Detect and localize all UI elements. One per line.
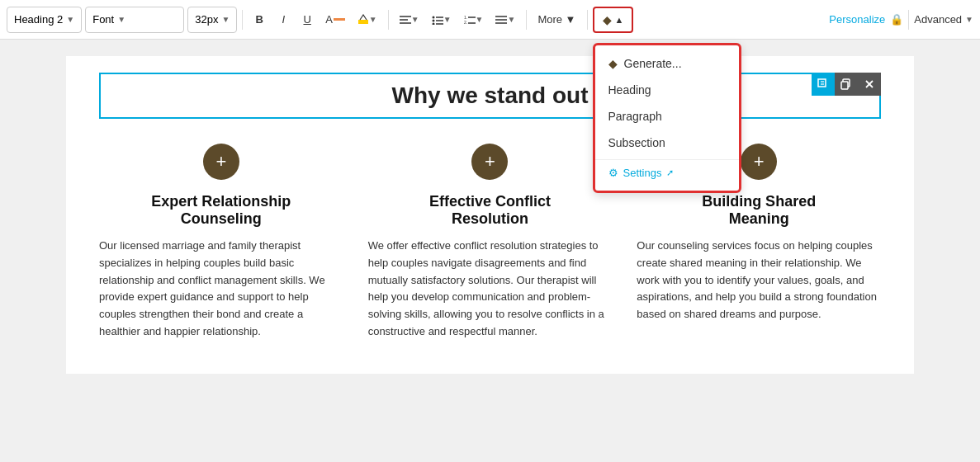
divider-4 (587, 10, 588, 30)
subsection-item-label: Subsection (608, 136, 665, 149)
divider-5 (908, 10, 909, 30)
column-2: + Effective ConflictResolution We offer … (368, 144, 613, 341)
svg-rect-0 (358, 20, 368, 24)
font-select[interactable]: Font ▼ (85, 7, 184, 33)
add-icon-col2[interactable]: + (471, 144, 508, 180)
copy-icon-btn[interactable] (835, 73, 858, 96)
paragraph-item-label: Paragraph (608, 110, 662, 123)
heading-chevron-icon: ▼ (66, 15, 74, 24)
heading-select-label: Heading 2 (14, 13, 63, 26)
advanced-button[interactable]: Advanced ▼ (914, 13, 973, 26)
col3-heading: Building SharedMeaning (702, 193, 816, 228)
size-chevron-icon: ▼ (221, 15, 230, 24)
svg-rect-21 (841, 82, 848, 89)
font-select-label: Font (92, 13, 114, 26)
personalize-label: Personalize (829, 13, 885, 26)
col2-text: We offer effective conflict resolution s… (368, 238, 613, 341)
underline-button[interactable]: U (296, 7, 319, 32)
svg-point-4 (432, 16, 434, 18)
ai-button[interactable]: ◆ ▲ (593, 7, 634, 33)
ai-paragraph-item[interactable]: Paragraph (595, 103, 739, 130)
svg-point-6 (432, 19, 434, 21)
align-button[interactable]: ▼ (394, 7, 425, 32)
svg-point-8 (432, 22, 434, 25)
heading-item-label: Heading (608, 83, 651, 97)
col3-text: Our counseling services focus on helping… (637, 238, 881, 323)
page-content: Why we stand out (66, 56, 914, 374)
heading-box: Why we stand out (99, 73, 881, 119)
font-chevron-icon: ▼ (117, 15, 125, 24)
personalize-lock-icon: 🔒 (890, 13, 903, 26)
ai-dropdown: ◆ Generate... Heading Paragraph Subsecti… (593, 43, 741, 193)
svg-rect-17 (818, 79, 826, 87)
toolbar: Heading 2 ▼ Font ▼ 32px ▼ B I U A ▼ ▼ ▼ … (0, 0, 980, 40)
numbered-list-button[interactable]: 1.2. ▼ (458, 7, 490, 32)
ai-chevron-icon: ▲ (615, 15, 624, 25)
divider-3 (526, 10, 527, 30)
settings-label: Settings (623, 167, 662, 179)
size-select-label: 32px (195, 13, 218, 26)
generate-diamond-icon: ◆ (608, 57, 618, 70)
ai-generate-item[interactable]: ◆ Generate... (595, 50, 739, 77)
color-button[interactable]: A (320, 7, 351, 32)
list-button[interactable]: ▼ (426, 7, 457, 32)
columns: + Expert RelationshipCounseling Our lice… (99, 144, 881, 341)
text-format-group: B I U A ▼ (248, 7, 383, 32)
svg-text:2.: 2. (464, 20, 467, 25)
bold-button[interactable]: B (248, 7, 271, 32)
settings-external-icon: ➚ (666, 167, 674, 178)
ai-heading-item[interactable]: Heading (595, 77, 739, 103)
col1-heading: Expert RelationshipCounseling (151, 193, 291, 228)
size-select[interactable]: 32px ▼ (187, 7, 237, 33)
corner-icons (812, 73, 881, 96)
page-heading: Why we stand out (109, 82, 871, 109)
advanced-chevron-icon: ▼ (965, 15, 973, 24)
personalize-button[interactable]: Personalize 🔒 (829, 13, 903, 26)
advanced-label: Advanced (914, 13, 962, 26)
divider-1 (242, 10, 243, 30)
divider-2 (388, 10, 389, 30)
ai-subsection-item[interactable]: Subsection (595, 130, 739, 156)
col2-heading: Effective ConflictResolution (429, 193, 551, 228)
delete-icon-btn[interactable] (858, 73, 881, 96)
edit-icon-btn[interactable] (812, 73, 835, 96)
heading-select[interactable]: Heading 2 ▼ (7, 7, 82, 33)
generate-label: Generate... (624, 57, 682, 70)
ai-diamond-icon: ◆ (603, 13, 612, 26)
column-1: + Expert RelationshipCounseling Our lice… (99, 144, 343, 341)
col1-text: Our licensed marriage and family therapi… (99, 238, 343, 341)
ai-button-wrapper: ◆ ▲ ◆ Generate... Heading Paragraph Subs… (593, 7, 634, 33)
line-spacing-button[interactable]: ▼ (490, 7, 521, 32)
settings-link[interactable]: ⚙ Settings ➚ (595, 159, 739, 186)
add-icon-col3[interactable]: + (741, 144, 777, 180)
highlight-button[interactable]: ▼ (352, 7, 383, 32)
more-button[interactable]: More ▼ (532, 7, 581, 32)
content-area: Why we stand out (0, 40, 980, 462)
align-group: ▼ ▼ 1.2. ▼ ▼ (394, 7, 522, 32)
settings-gear-icon: ⚙ (608, 167, 618, 179)
add-icon-col1[interactable]: + (203, 144, 239, 180)
italic-button[interactable]: I (272, 7, 295, 32)
